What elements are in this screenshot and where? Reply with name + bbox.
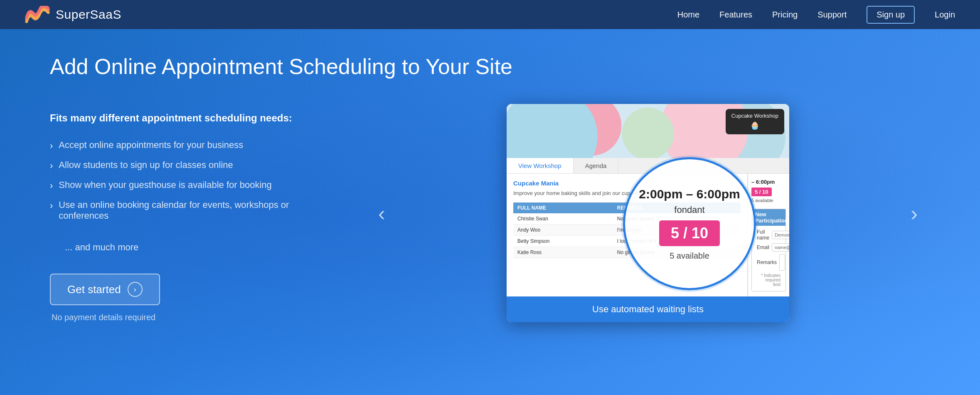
table-header-name: FULL NAME bbox=[513, 202, 613, 213]
chevron-icon: › bbox=[50, 160, 53, 171]
circle-time: 2:00pm – 6:00pm bbox=[639, 187, 740, 201]
list-item: › Allow students to sign up for classes … bbox=[50, 156, 332, 175]
badge-text: Cupcake Workshop bbox=[731, 113, 778, 119]
no-payment-text: No payment details required bbox=[52, 313, 155, 322]
hero-list: › Accept online appointments for your bu… bbox=[50, 136, 332, 225]
form-input-remarks[interactable] bbox=[779, 254, 785, 271]
list-item-text: Use an online booking calendar for event… bbox=[59, 200, 332, 221]
circle-slot-badge: 5 / 10 bbox=[659, 220, 720, 246]
list-item: › Accept online appointments for your bu… bbox=[50, 136, 332, 156]
list-item-text: Accept online appointments for your busi… bbox=[59, 140, 243, 151]
tab-agenda[interactable]: Agenda bbox=[574, 158, 619, 173]
hero-right: ‹ › Cupcake Workshop 🧁 View Workshop Age… bbox=[366, 104, 930, 322]
form-input-fullname[interactable] bbox=[772, 231, 789, 239]
circle-available: 5 available bbox=[670, 251, 709, 261]
get-started-label: Get started bbox=[67, 283, 121, 296]
hero-section: Add Online Appointment Scheduling to You… bbox=[0, 29, 980, 395]
form-label-email: Email bbox=[757, 244, 769, 250]
carousel-prev-button[interactable]: ‹ bbox=[378, 201, 385, 225]
screenshot-container: Cupcake Workshop 🧁 View Workshop Agenda … bbox=[507, 104, 789, 322]
circle-fondant: fondant bbox=[674, 205, 704, 215]
participant-name: Katie Ross bbox=[513, 247, 613, 258]
logo-icon bbox=[25, 6, 50, 23]
participant-name: Christie Swan bbox=[513, 213, 613, 225]
list-item: › Show when your guesthouse is available… bbox=[50, 175, 332, 195]
form-row-fullname: Full name bbox=[757, 229, 781, 241]
nav-features[interactable]: Features bbox=[719, 10, 752, 20]
hero-body: Fits many different appointment scheduli… bbox=[50, 104, 930, 322]
hero-more-text: ... and much more bbox=[65, 242, 332, 253]
logo-text: SuperSaaS bbox=[56, 7, 121, 22]
list-item: › Use an online booking calendar for eve… bbox=[50, 195, 332, 225]
participation-form: New Participation ✕ Full name Email bbox=[751, 209, 786, 291]
form-row-remarks: Remarks bbox=[757, 254, 781, 271]
hero-title: Add Online Appointment Scheduling to You… bbox=[50, 54, 930, 79]
chevron-icon: › bbox=[50, 200, 53, 211]
nav-home[interactable]: Home bbox=[677, 10, 699, 20]
nav-support[interactable]: Support bbox=[817, 10, 847, 20]
carousel-next-button[interactable]: › bbox=[911, 201, 918, 225]
mini-available: 5 available bbox=[751, 198, 786, 203]
form-row-email: Email bbox=[757, 243, 781, 252]
nav-signup-button[interactable]: Sign up bbox=[867, 6, 915, 24]
form-label-remarks: Remarks bbox=[757, 259, 777, 265]
form-close-button[interactable]: ✕ bbox=[788, 214, 789, 221]
list-item-text: Show when your guesthouse is available f… bbox=[59, 180, 271, 190]
required-note: * Indicates required field bbox=[757, 273, 781, 287]
participant-name: Betty Simpson bbox=[513, 235, 613, 247]
form-label-fullname: Full name bbox=[757, 229, 769, 241]
get-started-button[interactable]: Get started › bbox=[50, 274, 160, 305]
workshop-badge: Cupcake Workshop 🧁 bbox=[726, 109, 784, 134]
navbar: SuperSaaS Home Features Pricing Support … bbox=[0, 0, 980, 29]
form-input-email[interactable] bbox=[772, 243, 789, 252]
form-title-text: New Participation bbox=[755, 211, 788, 224]
chevron-icon: › bbox=[50, 141, 53, 151]
logo-area: SuperSaaS bbox=[25, 6, 121, 23]
chevron-icon: › bbox=[50, 180, 53, 191]
get-started-arrow-icon: › bbox=[128, 282, 143, 297]
screenshot-header-image: Cupcake Workshop 🧁 bbox=[507, 104, 789, 158]
bottom-bar: Use automated waiting lists bbox=[507, 296, 789, 322]
mini-slot-badge: 5 / 10 bbox=[751, 188, 772, 196]
cupcake-icon: 🧁 bbox=[731, 121, 778, 131]
form-title: New Participation ✕ bbox=[752, 209, 785, 226]
mini-time: – 6:00pm bbox=[751, 179, 786, 185]
hero-left: Fits many different appointment scheduli… bbox=[50, 104, 332, 322]
screenshot-content: Cupcake Mania Improve your home baking s… bbox=[507, 174, 789, 296]
list-item-text: Allow students to sign up for classes on… bbox=[59, 160, 233, 170]
hero-subtitle: Fits many different appointment scheduli… bbox=[50, 112, 332, 124]
participant-name: Andy Woo bbox=[513, 224, 613, 235]
nav-login[interactable]: Login bbox=[935, 10, 955, 20]
nav-pricing[interactable]: Pricing bbox=[772, 10, 798, 20]
circle-overlay: 2:00pm – 6:00pm fondant 5 / 10 5 availab… bbox=[623, 157, 756, 290]
tab-view-workshop[interactable]: View Workshop bbox=[507, 158, 574, 173]
nav-links: Home Features Pricing Support Sign up Lo… bbox=[677, 6, 955, 24]
